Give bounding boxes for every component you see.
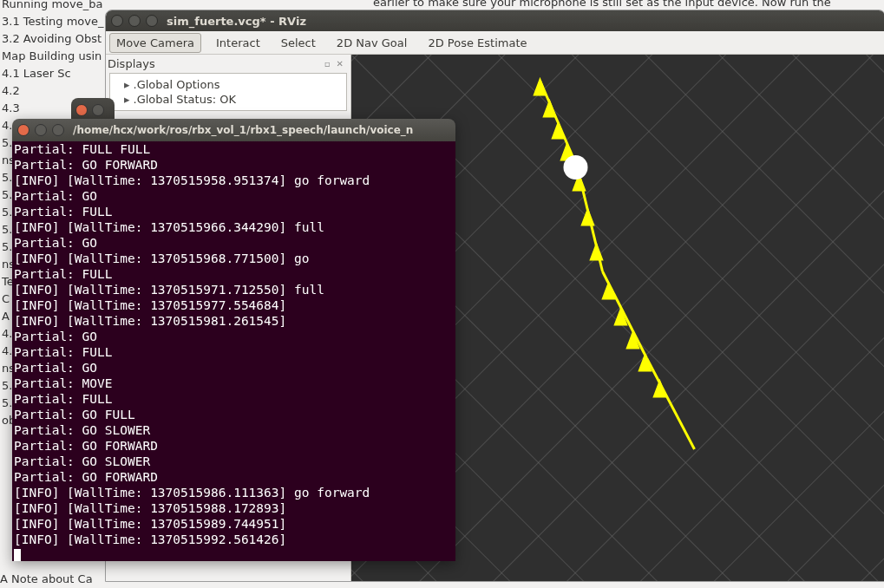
displays-label: Displays: [108, 57, 155, 70]
chevron-right-icon: ▸: [124, 93, 130, 106]
terminal-window: /home/hcx/work/ros/rbx_vol_1/rbx1_speech…: [12, 119, 455, 561]
nav-item: Running move_ba: [0, 0, 117, 13]
rviz-titlebar[interactable]: sim_fuerte.vcg* - RViz: [106, 10, 884, 31]
tool-move-camera[interactable]: Move Camera: [109, 33, 201, 53]
tree-global-status[interactable]: ▸.Global Status: OK: [110, 92, 346, 107]
minimize-icon[interactable]: [128, 15, 141, 27]
terminal-title: /home/hcx/work/ros/rbx_vol_1/rbx1_speech…: [73, 124, 413, 136]
background-nav-bottom: A Note about Ca: [0, 571, 117, 588]
background-terminal-titlebar: [71, 98, 115, 121]
close-icon[interactable]: [17, 124, 29, 136]
cursor-icon: [14, 549, 21, 561]
nav-item: A Note about Ca: [0, 571, 117, 588]
nav-item: 4.1 Laser Sc: [0, 65, 117, 82]
panel-icons[interactable]: ▫ ✕: [324, 59, 345, 69]
background-text: earlier to make sure your microphone is …: [373, 0, 884, 9]
robot-base: [564, 155, 588, 180]
minimize-icon[interactable]: [35, 124, 47, 136]
close-icon[interactable]: [111, 15, 123, 27]
rviz-title: sim_fuerte.vcg* - RViz: [167, 15, 306, 28]
nav-item: 4.2: [0, 82, 117, 100]
minimize-icon[interactable]: [92, 104, 104, 116]
tool-2d-nav-goal[interactable]: 2D Nav Goal: [331, 34, 414, 52]
tree-item-label: .Global Status: OK: [134, 93, 236, 106]
maximize-icon[interactable]: [52, 124, 64, 136]
nav-item: 3.1 Testing move_: [0, 13, 117, 30]
displays-tree[interactable]: ▸.Global Options ▸.Global Status: OK: [109, 73, 347, 111]
tree-global-options[interactable]: ▸.Global Options: [110, 77, 346, 92]
tool-2d-pose-estimate[interactable]: 2D Pose Estimate: [422, 34, 533, 52]
tree-item-label: .Global Options: [134, 78, 220, 91]
rviz-toolbar: Move Camera Interact Select 2D Nav Goal …: [106, 31, 884, 55]
tool-select[interactable]: Select: [275, 34, 322, 52]
nav-item: 3.2 Avoiding Obst: [0, 30, 117, 48]
terminal-titlebar[interactable]: /home/hcx/work/ros/rbx_vol_1/rbx1_speech…: [12, 119, 455, 141]
close-icon[interactable]: [75, 104, 88, 116]
maximize-icon[interactable]: [146, 15, 158, 27]
terminal-output[interactable]: Partial: FULL FULL Partial: GO FORWARD […: [12, 141, 455, 561]
nav-item: Map Building usin: [0, 48, 117, 65]
tool-interact[interactable]: Interact: [210, 34, 266, 52]
chevron-right-icon: ▸: [124, 78, 130, 91]
